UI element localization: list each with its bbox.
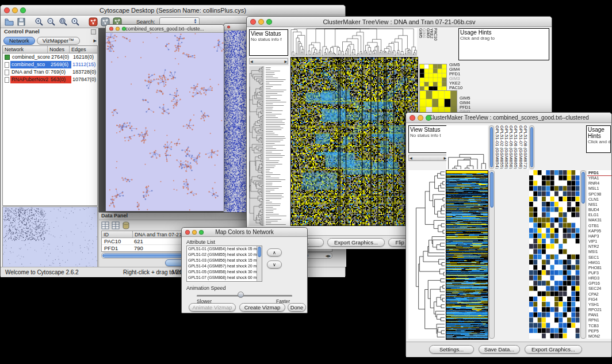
close-button[interactable]	[4, 7, 10, 13]
minimize-button[interactable]	[12, 7, 18, 13]
attribute-item[interactable]: GPL51-05 (GSM858) heat shock 30 min	[187, 269, 257, 275]
col-nodes[interactable]: Nodes	[48, 46, 70, 53]
network-row[interactable]: combined_sco2569(6)13112(15)	[3, 61, 97, 68]
column-dendrogram[interactable]	[290, 28, 417, 56]
network-window-titlebar[interactable]: combined_scores_good.txt--cluste...	[106, 25, 224, 33]
gene-label[interactable]: GTB1	[587, 223, 611, 228]
attribute-item[interactable]: GPL51-03 (GSM856) heat shock 15 min	[187, 258, 257, 263]
close-button[interactable]	[250, 19, 256, 25]
gene-label[interactable]: MSI1	[587, 249, 611, 254]
heatmap[interactable]	[446, 170, 488, 340]
zoom-selected-icon[interactable]	[58, 17, 68, 27]
gene-label[interactable]: KAP95	[587, 228, 611, 233]
attribute-item[interactable]: GPL51-01 (GSM854) heat shock 05 min	[187, 246, 257, 252]
gene-label[interactable]: BUD4	[587, 207, 611, 212]
export-graphics-button[interactable]: Export Graphics...	[525, 345, 582, 354]
done-button[interactable]: Done	[288, 303, 306, 312]
horizontal-scrollbar[interactable]: ◀▶	[408, 155, 447, 161]
gene-label[interactable]: YRA1	[587, 175, 611, 181]
close-button[interactable]	[185, 230, 190, 235]
gene-label[interactable]: PUF3	[587, 270, 611, 275]
zoom-button[interactable]	[266, 19, 272, 25]
col-network[interactable]: Network	[3, 46, 48, 53]
gene-label[interactable]: ELG1	[587, 212, 611, 217]
gene-label[interactable]: PEP5	[587, 328, 611, 334]
gene-label[interactable]: MON2	[587, 334, 611, 339]
network-row[interactable]: DNA and Tran 07769(0)183728(0)	[3, 68, 97, 76]
gene-label[interactable]: RPO21	[587, 307, 611, 312]
gene-label[interactable]: RNR4	[587, 181, 611, 186]
scroll-left-icon[interactable]: ◀	[250, 59, 253, 63]
gene-label[interactable]: VIP1	[587, 239, 611, 244]
vertical-scrollbar[interactable]	[489, 170, 495, 339]
minimize-button[interactable]	[418, 115, 423, 121]
float-panel-icon[interactable]	[91, 29, 96, 35]
gene-label[interactable]: SEC1	[587, 255, 611, 260]
create-vizmap-button[interactable]: Create Vizmap	[239, 303, 285, 312]
tab-vizmapper[interactable]: VizMapper™	[37, 37, 80, 45]
window-controls[interactable]	[4, 7, 26, 13]
gene-label[interactable]: SEC24	[587, 286, 611, 291]
zoom-heatmap[interactable]	[529, 170, 580, 339]
gene-label[interactable]: GPI16	[587, 281, 611, 286]
save-data-button[interactable]: Save Data...	[479, 345, 520, 354]
dialog-titlebar[interactable]: Map Colors to Network	[182, 228, 307, 237]
zoom-button[interactable]	[426, 115, 431, 121]
zoom-in-icon[interactable]	[34, 17, 44, 27]
network-row[interactable]: RNAPuberNov2563(0)107847(0)	[3, 76, 97, 83]
minimize-button[interactable]	[116, 26, 120, 30]
minimize-button[interactable]	[258, 19, 264, 25]
window-controls[interactable]	[250, 19, 272, 25]
gene-label[interactable]: CLN1	[587, 197, 611, 202]
gene-label[interactable]: NTR2	[587, 244, 611, 249]
row-dendrogram[interactable]	[408, 170, 445, 339]
attribute-item[interactable]: GPL51-07 (GSM868) heat shock 60 min	[187, 275, 257, 281]
close-button[interactable]	[227, 25, 230, 28]
col-edges[interactable]: Edges	[70, 46, 97, 53]
network-view[interactable]	[106, 33, 224, 211]
export-graphics-button[interactable]: Export Graphics...	[327, 238, 385, 247]
gene-label[interactable]: RPN1	[587, 317, 611, 323]
hscroll-arrows-icon[interactable]: ◀▶	[326, 254, 331, 258]
zoom-out-icon[interactable]	[46, 17, 56, 27]
gene-label[interactable]: PHO81	[587, 265, 611, 270]
scroll-left-icon[interactable]: ◀	[410, 156, 412, 160]
zoom-button[interactable]	[122, 26, 126, 30]
attribute-listbox[interactable]: GPL51-01 (GSM854) heat shock 05 minGPL51…	[186, 246, 262, 282]
animate-vizmap-button[interactable]: Animate Vizmap	[189, 303, 236, 312]
attribute-item[interactable]: GPL51-04 (GSM857) heat shock 20 min	[187, 263, 257, 269]
row-dendrogram[interactable]	[249, 66, 264, 226]
window-controls[interactable]	[410, 115, 431, 121]
move-up-button[interactable]: ∧	[267, 248, 282, 256]
gene-label[interactable]: HAP3	[587, 233, 611, 239]
main-titlebar[interactable]: Cytoscape Desktop (Session Name: collins…	[1, 5, 345, 16]
treeview1-titlebar[interactable]: ClusterMaker TreeView : DNA and Tran 07-…	[247, 17, 552, 27]
network-row[interactable]: combined_scores2764(0)16218(0)	[3, 53, 97, 61]
horizontal-scrollbar[interactable]: ◀▶	[249, 58, 288, 64]
gene-label[interactable]: HRD3	[587, 275, 611, 281]
close-button[interactable]	[410, 115, 415, 121]
col-id[interactable]: ID	[102, 231, 133, 237]
gene-label[interactable]: PFD1	[587, 170, 611, 175]
vertical-scrollbar[interactable]	[580, 170, 586, 339]
attribute-item[interactable]: GPL51-02 (GSM855) heat shock 10 min	[187, 252, 257, 258]
gene-label[interactable]: SPC98	[587, 191, 611, 197]
gene-label[interactable]: YSH1	[587, 302, 611, 307]
settings-button[interactable]: Settings...	[429, 345, 474, 354]
open-session-icon[interactable]	[4, 17, 14, 27]
minimize-button[interactable]	[192, 230, 197, 235]
gene-label[interactable]: MSL1	[587, 186, 611, 191]
gene-label[interactable]: MAK31	[587, 217, 611, 223]
destroy-network-icon[interactable]	[88, 17, 98, 27]
gene-label[interactable]: CPA2	[587, 292, 611, 297]
gene-label[interactable]: HMG1	[587, 260, 611, 265]
move-down-button[interactable]: ∨	[267, 260, 282, 269]
window-controls[interactable]	[185, 230, 204, 235]
tab-network[interactable]: Network	[3, 37, 35, 45]
network-list-header[interactable]: Network Nodes Edges	[3, 46, 97, 53]
zoom-fit-icon[interactable]	[70, 17, 81, 27]
gene-label[interactable]: NIS1	[587, 202, 611, 207]
column-dendrogram[interactable]	[446, 125, 488, 169]
vertical-scrollbar[interactable]	[529, 125, 534, 169]
save-session-icon[interactable]	[16, 17, 26, 27]
